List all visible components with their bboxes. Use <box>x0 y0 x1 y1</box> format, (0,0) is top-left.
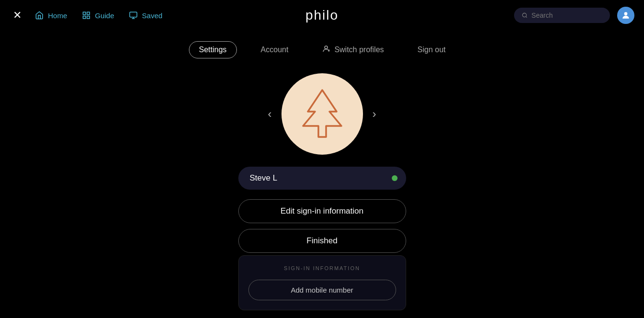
home-label: Home <box>48 11 67 20</box>
active-dot <box>392 175 398 181</box>
profile-avatar <box>281 73 363 155</box>
signin-section-title: SIGN-IN INFORMATION <box>248 265 396 271</box>
home-icon <box>35 11 44 20</box>
switch-profiles-icon <box>322 45 330 55</box>
account-tab[interactable]: Account <box>251 42 298 58</box>
svg-point-5 <box>523 13 527 17</box>
close-button[interactable]: ✕ <box>10 8 25 23</box>
svg-rect-2 <box>83 16 85 19</box>
finished-button[interactable]: Finished <box>238 229 406 253</box>
avatar-section: ‹ › <box>258 73 386 155</box>
top-nav: ✕ Home Guide Saved <box>0 0 644 31</box>
nav-saved[interactable]: Saved <box>129 11 163 20</box>
sign-out-tab[interactable]: Sign out <box>408 42 456 58</box>
search-icon <box>522 12 527 19</box>
svg-rect-3 <box>87 16 90 19</box>
guide-label: Guide <box>95 11 114 20</box>
svg-rect-4 <box>130 12 137 17</box>
profile-name-input[interactable] <box>238 167 406 190</box>
chevron-left-icon: ‹ <box>268 107 272 120</box>
saved-label: Saved <box>142 11 163 20</box>
signin-section: SIGN-IN INFORMATION Add mobile number <box>238 255 406 310</box>
svg-point-8 <box>325 46 328 49</box>
nav-home[interactable]: Home <box>35 11 67 20</box>
guide-icon <box>82 11 91 20</box>
next-avatar-button[interactable]: › <box>363 102 386 125</box>
chevron-right-icon: › <box>373 107 376 120</box>
svg-rect-0 <box>83 12 85 14</box>
switch-profiles-tab[interactable]: Switch profiles <box>312 41 393 59</box>
philo-logo: philo <box>305 8 339 23</box>
nav-right <box>514 7 634 24</box>
main-content: Settings Account Switch profiles Sign ou… <box>0 0 644 318</box>
close-icon: ✕ <box>13 9 22 22</box>
nav-links: Home Guide Saved <box>35 11 514 20</box>
search-input[interactable] <box>531 11 602 19</box>
settings-tab[interactable]: Settings <box>189 41 237 58</box>
svg-line-6 <box>526 16 527 17</box>
user-avatar[interactable] <box>617 7 634 24</box>
prev-avatar-button[interactable]: ‹ <box>258 102 281 125</box>
add-mobile-button[interactable]: Add mobile number <box>248 280 396 300</box>
svg-point-7 <box>624 12 628 15</box>
sub-nav: Settings Account Switch profiles Sign ou… <box>189 41 456 59</box>
saved-icon <box>129 11 138 20</box>
tree-icon <box>298 85 346 143</box>
action-buttons: Edit sign-in information Finished <box>238 199 406 253</box>
edit-signin-button[interactable]: Edit sign-in information <box>238 199 406 223</box>
svg-marker-9 <box>303 90 341 137</box>
name-input-wrapper <box>238 167 406 190</box>
avatar-icon <box>621 11 631 20</box>
svg-rect-1 <box>87 12 90 14</box>
nav-guide[interactable]: Guide <box>82 11 114 20</box>
search-bar[interactable] <box>514 8 610 23</box>
